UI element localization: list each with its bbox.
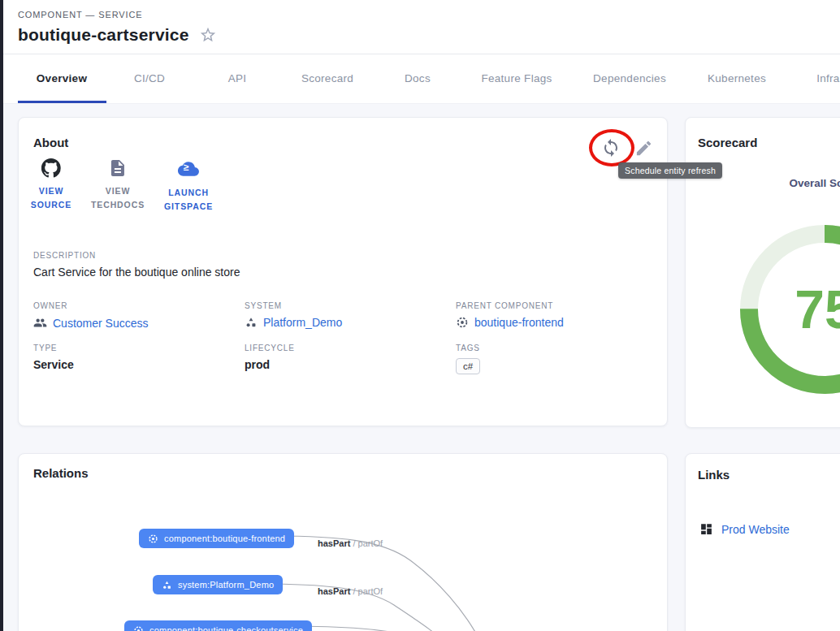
component-icon [456, 316, 469, 329]
node-label: component:boutique-frontend [164, 534, 285, 543]
system-link[interactable]: Platform_Demo [245, 316, 342, 329]
parent-component-field: PARENT COMPONENT boutique-frontend [456, 301, 564, 329]
refresh-tooltip: Schedule entity refresh [618, 162, 722, 179]
system-field: SYSTEM Platform_Demo [245, 301, 342, 329]
system-icon [162, 580, 172, 590]
type-value: Service [33, 358, 74, 371]
lifecycle-value: prod [245, 358, 295, 371]
scorecard-card-title: Scorecard [698, 136, 757, 149]
edge-label: hasPart / partOf [318, 538, 383, 548]
node-label: component:boutique-checkoutservice [149, 625, 303, 631]
system-icon [245, 316, 258, 329]
tab-feature-flags[interactable]: Feature Flags [481, 72, 552, 84]
type-field: TYPE Service [33, 344, 74, 371]
favorite-star-icon[interactable] [199, 26, 217, 44]
component-icon [148, 534, 158, 544]
parent-component-link[interactable]: boutique-frontend [456, 316, 564, 329]
github-icon [41, 158, 61, 179]
entity-header: COMPONENT — SERVICE boutique-cartservice [3, 0, 840, 54]
lifecycle-field: LIFECYCLE prod [245, 344, 295, 371]
tags-field: TAGS c# [456, 344, 480, 374]
refresh-entity-button[interactable] [601, 137, 622, 158]
field-label: TAGS [456, 344, 480, 352]
tag-chip[interactable]: c# [456, 358, 480, 374]
edit-entity-button[interactable] [634, 137, 656, 158]
action-label: GITSPACE [164, 200, 213, 214]
page-title: boutique-cartservice [18, 25, 189, 45]
sync-icon [601, 138, 621, 158]
tab-overview[interactable]: Overview [37, 72, 87, 84]
node-label: system:Platform_Demo [178, 580, 274, 590]
field-label: DESCRIPTION [33, 251, 240, 260]
owner-field: OWNER Customer Success [33, 301, 148, 330]
breadcrumb: COMPONENT — SERVICE [18, 10, 143, 19]
cloud-terminal-icon: ≥ [178, 158, 199, 179]
description-value: Cart Service for the boutique online sto… [33, 266, 240, 279]
action-label: LAUNCH [164, 186, 213, 200]
relations-card: Relations hasPart / partOf hasPart / par… [18, 453, 668, 631]
pencil-icon [634, 139, 653, 158]
view-source-action[interactable]: VIEW SOURCE [31, 158, 71, 212]
tab-kubernetes[interactable]: Kubernetes [708, 72, 766, 84]
system-value: Platform_Demo [263, 316, 342, 329]
score-value: 75 [795, 279, 840, 339]
overall-score-label: Overall Score [686, 177, 840, 189]
techdocs-icon [108, 158, 128, 179]
tab-bar: Overview CI/CD API Scorecard Docs Featur… [3, 54, 840, 104]
tab-infrastructure[interactable]: Infrastructure [816, 72, 840, 84]
dashboard-icon [699, 522, 713, 536]
tab-docs[interactable]: Docs [405, 72, 431, 84]
tab-dependencies[interactable]: Dependencies [593, 72, 666, 84]
view-techdocs-action[interactable]: VIEW TECHDOCS [91, 158, 145, 212]
links-card: Links Prod Website [685, 453, 840, 631]
launch-gitspace-action[interactable]: ≥ LAUNCH GITSPACE [164, 158, 213, 214]
owner-link[interactable]: Customer Success [33, 316, 148, 330]
graph-node-boutique-checkoutservice[interactable]: component:boutique-checkoutservice [124, 620, 312, 631]
action-label: VIEW [91, 184, 145, 198]
tab-cicd[interactable]: CI/CD [134, 72, 165, 84]
about-card-title: About [33, 136, 68, 149]
link-label: Prod Website [721, 523, 790, 536]
tab-api[interactable]: API [228, 72, 247, 84]
group-icon [33, 316, 47, 330]
owner-value: Customer Success [53, 317, 148, 330]
field-label: OWNER [33, 301, 148, 310]
edge-label: hasPart / partOf [318, 586, 383, 596]
action-label: SOURCE [31, 198, 71, 212]
links-card-title: Links [698, 468, 730, 482]
component-icon [133, 625, 144, 631]
score-gauge: 75 [735, 220, 840, 399]
graph-node-platform-demo[interactable]: system:Platform_Demo [153, 575, 283, 594]
action-label: TECHDOCS [91, 198, 145, 212]
about-card: About Schedule entity refresh VIEW SOURC… [18, 117, 668, 426]
field-label: SYSTEM [245, 301, 342, 310]
entity-overview-page: COMPONENT — SERVICE boutique-cartservice… [0, 0, 840, 631]
tab-scorecard[interactable]: Scorecard [301, 72, 353, 84]
graph-node-boutique-frontend[interactable]: component:boutique-frontend [139, 529, 294, 548]
field-label: TYPE [33, 344, 74, 352]
action-label: VIEW [31, 184, 71, 198]
field-label: PARENT COMPONENT [456, 301, 564, 310]
description-field: DESCRIPTION Cart Service for the boutiqu… [33, 251, 240, 279]
field-label: LIFECYCLE [245, 344, 295, 352]
prod-website-link[interactable]: Prod Website [699, 522, 790, 536]
parent-component-value: boutique-frontend [474, 316, 564, 329]
active-tab-indicator [18, 101, 106, 103]
